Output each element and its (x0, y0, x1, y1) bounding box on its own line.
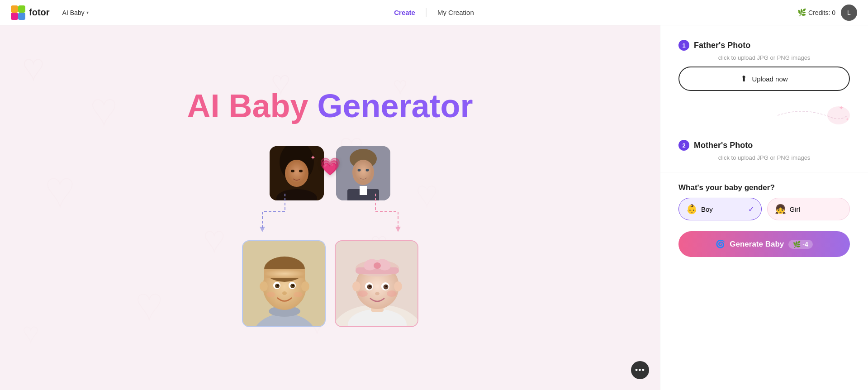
logo: fotor (11, 5, 50, 20)
girl-label: Girl (790, 205, 800, 213)
gender-section: What's your baby gender? 👶 Boy ✓ 👧 Girl (678, 183, 850, 220)
baby-face-icon: 🌀 (716, 239, 725, 249)
generate-baby-button[interactable]: 🌀 Generate Baby 🌿 -4 (678, 231, 850, 257)
girl-option[interactable]: 👧 Girl (767, 198, 850, 220)
father-upload-hint: click to upload JPG or PNG images (678, 54, 850, 61)
page-title: AI Baby Generator (187, 88, 473, 124)
main-content: ♥ ♥ ♥ ♥ ♥ ♥ ♥ ♥ ♥ ♥ ♥ ♥ AI Baby Generato… (0, 25, 868, 390)
ai-baby-label: AI Baby (62, 9, 85, 16)
credits-badge: 🌿 Credits: 0 (797, 8, 835, 17)
credits-label: Credits: 0 (808, 9, 835, 16)
credits-cost-badge: 🌿 -4 (788, 240, 812, 249)
svg-rect-0 (11, 5, 18, 13)
header: fotor AI Baby ▾ Create My Creation 🌿 Cre… (0, 0, 868, 25)
svg-point-39 (260, 281, 268, 291)
mother-photo-svg: ✦ (270, 146, 324, 200)
svg-point-45 (277, 285, 279, 286)
svg-point-59 (374, 262, 381, 269)
chevron-down-icon: ▾ (86, 10, 89, 15)
more-options-button[interactable]: ••• (631, 361, 649, 379)
svg-point-49 (294, 292, 303, 297)
svg-point-29 (366, 169, 369, 171)
connector-lines (244, 194, 416, 239)
svg-rect-2 (11, 13, 18, 20)
father-photo-section: 1 Father's Photo click to upload JPG or … (678, 40, 850, 91)
step1-badge: 1 (678, 40, 689, 51)
generate-btn-label: Generate Baby (730, 240, 784, 249)
baby-girl-svg (336, 241, 418, 327)
nav-create[interactable]: Create (394, 7, 415, 18)
svg-text:♥: ♥ (136, 278, 162, 329)
svg-point-46 (292, 285, 294, 286)
svg-point-47 (282, 291, 287, 295)
family-tree: ✦ 💗 (240, 146, 421, 327)
girl-emoji: 👧 (775, 204, 786, 214)
ai-baby-dropdown[interactable]: AI Baby ▾ (57, 6, 94, 19)
header-right: 🌿 Credits: 0 L (797, 5, 857, 21)
mother-section-title: Mother's Photo (694, 141, 753, 150)
section-divider (660, 172, 868, 172)
svg-point-70 (387, 290, 397, 297)
pink-splash-svg: ✦ ✦ (768, 102, 850, 129)
svg-marker-30 (260, 227, 265, 232)
right-panel: 1 Father's Photo click to upload JPG or … (660, 25, 868, 390)
mother-photo: ✦ (270, 146, 324, 200)
svg-point-28 (358, 169, 361, 171)
father-upload-button[interactable]: ⬆ Upload now (678, 67, 850, 91)
father-photo-svg (336, 146, 390, 200)
svg-point-48 (266, 292, 275, 297)
svg-marker-31 (395, 227, 401, 232)
main-nav: Create My Creation (394, 7, 474, 18)
leaf-cost-icon: 🌿 (793, 241, 801, 248)
svg-point-69 (358, 290, 368, 297)
svg-point-68 (375, 292, 379, 295)
svg-point-67 (385, 285, 387, 287)
svg-text:♥: ♥ (45, 161, 75, 217)
svg-point-61 (394, 281, 402, 291)
logo-text: fotor (29, 7, 50, 18)
upload-icon: ⬆ (740, 74, 747, 84)
baby-boy-photo (242, 240, 326, 327)
mother-photo-section: 2 Mother's Photo click to upload JPG or … (678, 140, 850, 161)
upload-btn-label: Upload now (752, 75, 787, 83)
more-dots-icon: ••• (635, 366, 645, 375)
boy-option[interactable]: 👶 Boy ✓ (678, 198, 762, 220)
baby-girl-photo (335, 240, 418, 327)
svg-point-21 (299, 170, 303, 172)
fotor-logo-icon (11, 5, 25, 20)
credits-cost-value: -4 (802, 241, 808, 248)
baby-boy-svg (243, 241, 326, 327)
heart-between-parents: 💗 (319, 157, 341, 176)
svg-point-73 (827, 106, 850, 124)
svg-text:✦: ✦ (310, 154, 316, 161)
svg-text:♥: ♥ (23, 318, 39, 348)
decorative-splash: ✦ ✦ (678, 102, 850, 129)
parents-row: ✦ 💗 (240, 146, 421, 200)
father-section-header: 1 Father's Photo (678, 40, 850, 51)
svg-point-18 (285, 160, 308, 187)
boy-label: Boy (701, 205, 713, 213)
svg-text:♥: ♥ (90, 84, 117, 134)
gender-section-title: What's your baby gender? (678, 183, 850, 192)
user-avatar[interactable]: L (841, 5, 857, 21)
nav-my-creation[interactable]: My Creation (437, 7, 474, 18)
svg-point-25 (352, 160, 374, 185)
svg-rect-38 (264, 269, 305, 278)
svg-point-60 (352, 281, 360, 291)
nav-divider (426, 8, 427, 17)
left-panel: ♥ ♥ ♥ ♥ ♥ ♥ ♥ ♥ ♥ ♥ ♥ ♥ AI Baby Generato… (0, 25, 660, 390)
father-photo (336, 146, 390, 200)
children-row (240, 240, 421, 327)
svg-text:♥: ♥ (204, 219, 225, 259)
gender-options: 👶 Boy ✓ 👧 Girl (678, 198, 850, 220)
svg-text:♥: ♥ (23, 47, 44, 87)
title-part2: Generator (317, 88, 473, 124)
father-section-title: Father's Photo (694, 41, 750, 50)
svg-point-40 (301, 281, 309, 291)
title-part1: AI Baby (187, 88, 308, 124)
mother-upload-hint: click to upload JPG or PNG images (678, 154, 850, 161)
svg-point-20 (291, 170, 294, 172)
svg-rect-3 (18, 13, 25, 20)
boy-emoji: 👶 (686, 204, 697, 214)
leaf-icon: 🌿 (797, 8, 806, 17)
